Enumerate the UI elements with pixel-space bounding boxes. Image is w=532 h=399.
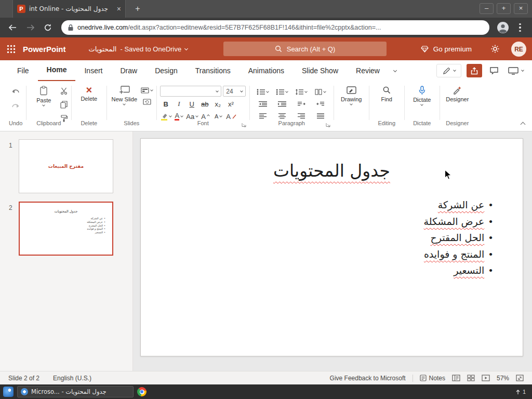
ink-pen-button[interactable] [436, 64, 461, 77]
zoom-level[interactable]: 57% [497, 375, 509, 382]
copy-button[interactable] [60, 101, 68, 111]
save-status[interactable]: - Saved to OneDrive [120, 45, 181, 53]
chrome-icon[interactable] [137, 387, 147, 396]
new-tab-button[interactable]: + [132, 3, 143, 15]
underline-button[interactable]: U [186, 99, 197, 109]
decrease-indent-button[interactable] [253, 99, 272, 109]
slide-editor[interactable]: جدول المحتويات عن الشركة عرض المشكلة الح… [140, 138, 523, 356]
dictate-button[interactable]: Dictate [408, 83, 436, 105]
window-close-button[interactable]: × [514, 3, 528, 14]
delete-button[interactable]: × Delete [75, 83, 103, 102]
language-selector[interactable]: English (U.S.) [53, 375, 91, 382]
account-avatar[interactable]: RE [511, 42, 526, 57]
app-name[interactable]: PowerPoint [23, 45, 66, 54]
rtl-text-direction-button[interactable] [311, 99, 330, 109]
paste-button[interactable]: Paste [30, 83, 58, 106]
slide-thumbnail-2[interactable]: جدول المحتويات عن الشركة عرض المشكلة الح… [19, 202, 113, 256]
numbering-button[interactable] [272, 87, 291, 97]
browser-tab-strip: P int Online - جدول المحتويات × + – + × [0, 0, 532, 18]
slide-thumbnail-1[interactable]: مقترح المبيعات [19, 139, 113, 193]
font-size-select[interactable]: 24 [223, 86, 246, 97]
strikethrough-button[interactable]: ab [199, 99, 210, 109]
settings-gear-icon[interactable] [490, 44, 500, 56]
superscript-button[interactable]: x² [225, 99, 236, 109]
window-maximize-button[interactable]: + [497, 3, 511, 14]
address-bar[interactable]: onedrive.live.com/edit.aspx?action=editn… [61, 20, 489, 35]
present-screen-icon [508, 67, 518, 75]
present-button[interactable] [506, 64, 526, 77]
slide-bullet-item[interactable]: عن الشركة [424, 197, 493, 214]
align-left-button[interactable] [253, 111, 272, 121]
ribbon-group-paragraph: Paragraph [249, 83, 334, 131]
forward-button[interactable] [23, 20, 37, 35]
tab-insert[interactable]: Insert [75, 60, 111, 81]
tab-design[interactable]: Design [146, 60, 187, 81]
slideshow-view-button[interactable] [482, 375, 490, 381]
ltr-text-direction-button[interactable] [291, 99, 311, 109]
browser-profile-button[interactable] [496, 20, 510, 35]
reset-slide-button[interactable] [143, 98, 151, 107]
font-dialog-launcher-icon[interactable] [242, 120, 246, 129]
line-spacing-button[interactable] [291, 87, 311, 97]
slide-body-placeholder[interactable]: عن الشركة عرض المشكلة الحل المقترح المنت… [424, 197, 493, 279]
feedback-link[interactable]: Give Feedback to Microsoft [330, 375, 406, 382]
back-button[interactable] [5, 20, 20, 35]
slide-bullet-item[interactable]: عرض المشكلة [424, 214, 493, 230]
tab-close-icon[interactable]: × [117, 5, 121, 13]
search-input[interactable]: Search (Alt + Q) [223, 42, 387, 56]
increase-indent-button[interactable] [272, 99, 291, 109]
highlight-color-button[interactable] [160, 111, 171, 122]
shrink-font-button[interactable]: A [212, 111, 224, 122]
tray-up-arrow-icon[interactable] [515, 389, 521, 395]
app-launcher-icon[interactable] [7, 45, 16, 54]
bullets-button[interactable] [253, 87, 272, 97]
clear-formatting-button[interactable]: A [225, 111, 237, 122]
tab-slideshow[interactable]: Slide Show [293, 60, 347, 81]
font-name-select[interactable] [160, 86, 221, 97]
fit-to-window-button[interactable] [516, 375, 524, 381]
bold-button[interactable]: B [160, 99, 171, 109]
change-case-button[interactable]: Aa [186, 111, 198, 122]
slide-bullet-item[interactable]: المنتج و فوايده [424, 246, 493, 263]
collapse-ribbon-chevron-icon[interactable] [521, 122, 526, 127]
tab-file[interactable]: File [8, 60, 38, 81]
browser-tab[interactable]: P int Online - جدول المحتويات × [12, 0, 126, 18]
format-painter-button[interactable] [60, 115, 68, 124]
layout-button[interactable] [141, 87, 153, 94]
slide-title[interactable]: جدول المحتويات [141, 161, 523, 181]
paragraph-dialog-launcher-icon[interactable] [326, 120, 330, 129]
new-slide-button[interactable]: New Slide [110, 83, 138, 105]
tab-review[interactable]: Review [347, 60, 389, 81]
cut-button[interactable] [60, 87, 68, 97]
save-status-chevron-icon[interactable] [184, 46, 188, 50]
taskbar-launcher-icon[interactable] [3, 387, 14, 397]
taskbar-window-button[interactable]: Microso... - جدول المحتويات [17, 386, 134, 397]
more-tabs-chevron-icon[interactable] [393, 68, 397, 72]
browser-menu-icon[interactable] [513, 23, 527, 32]
tab-home[interactable]: Home [38, 60, 76, 81]
drawing-button[interactable]: Drawing [337, 83, 365, 105]
font-color-button[interactable]: A [173, 111, 184, 122]
share-button[interactable] [467, 64, 482, 77]
slide-sorter-view-button[interactable] [467, 375, 475, 381]
redo-button[interactable] [11, 102, 20, 112]
slide-bullet-item[interactable]: الحل المقترح [424, 230, 493, 246]
tab-animations[interactable]: Animations [240, 60, 293, 81]
tab-draw[interactable]: Draw [111, 60, 146, 81]
columns-button[interactable] [311, 87, 330, 97]
slide-bullet-item[interactable]: التسعير [424, 262, 493, 279]
notes-button[interactable]: Notes [420, 375, 445, 382]
undo-button[interactable] [11, 88, 20, 97]
subscript-button[interactable]: x₂ [212, 99, 223, 109]
tab-transitions[interactable]: Transitions [187, 60, 240, 81]
go-premium-button[interactable]: Go premium [421, 37, 472, 60]
italic-button[interactable]: I [173, 99, 184, 109]
comments-button[interactable] [487, 64, 501, 77]
justify-button[interactable] [311, 111, 330, 121]
normal-view-button[interactable] [452, 375, 460, 381]
designer-button[interactable]: Designer [443, 83, 471, 102]
find-button[interactable]: Find [373, 83, 401, 102]
reload-button[interactable] [41, 20, 55, 35]
window-minimize-button[interactable]: – [480, 3, 494, 14]
document-name[interactable]: المحتويات [89, 45, 117, 53]
